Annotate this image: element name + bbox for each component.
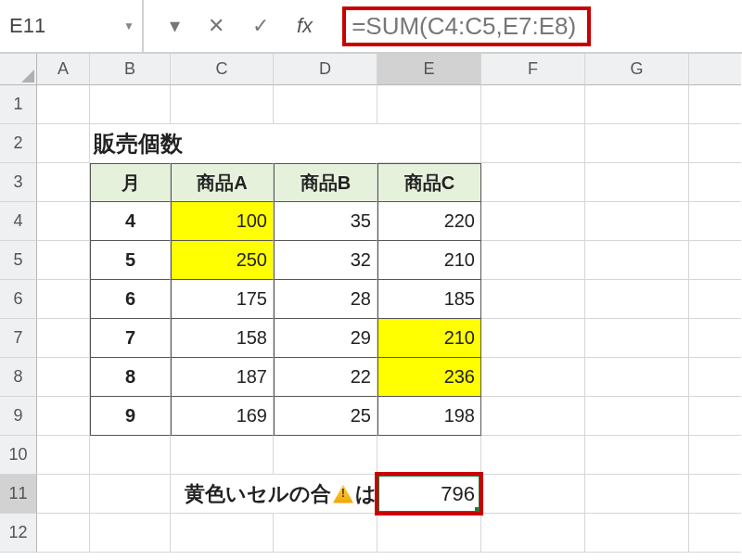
cell[interactable] — [37, 475, 90, 514]
cell[interactable] — [481, 436, 585, 475]
cell[interactable] — [481, 475, 585, 514]
cell[interactable] — [585, 124, 689, 163]
row-hdr-9[interactable]: 9 — [0, 397, 37, 436]
cell[interactable] — [585, 280, 689, 319]
cell-month[interactable]: 8 — [90, 358, 171, 397]
cell[interactable] — [171, 85, 274, 124]
fill-handle[interactable] — [475, 507, 482, 515]
cell[interactable] — [689, 202, 741, 241]
cell-b[interactable]: 35 — [274, 202, 377, 241]
cell[interactable] — [37, 241, 90, 280]
cell-c[interactable]: 210 — [377, 319, 481, 358]
hdr-a[interactable]: 商品A — [171, 163, 274, 202]
row-hdr-5[interactable]: 5 — [0, 241, 37, 280]
cell[interactable] — [585, 436, 689, 475]
row-hdr-2[interactable]: 2 — [0, 124, 37, 163]
cell-b[interactable]: 22 — [274, 358, 377, 397]
cell[interactable] — [585, 397, 689, 436]
cell[interactable] — [689, 85, 741, 124]
confirm-icon[interactable]: ✓ — [252, 14, 269, 38]
dropdown-icon[interactable]: ▾ — [170, 14, 180, 38]
col-hdr-D[interactable]: D — [274, 54, 377, 85]
cancel-icon[interactable]: ✕ — [208, 14, 224, 38]
cell-a[interactable]: 169 — [171, 397, 274, 436]
cell[interactable] — [37, 163, 90, 202]
col-hdr-G[interactable]: G — [585, 54, 689, 85]
cell[interactable] — [481, 85, 585, 124]
cell[interactable] — [689, 475, 741, 514]
cell[interactable] — [37, 397, 90, 436]
cell[interactable] — [274, 514, 377, 553]
row-hdr-3[interactable]: 3 — [0, 163, 37, 202]
row-hdr-11[interactable]: 11 — [0, 475, 37, 514]
cell-b[interactable]: 32 — [274, 241, 377, 280]
row-hdr-10[interactable]: 10 — [0, 436, 37, 475]
row-hdr-6[interactable]: 6 — [0, 280, 37, 319]
cell[interactable] — [481, 514, 585, 553]
warning-icon[interactable] — [333, 485, 353, 503]
cell-c[interactable]: 236 — [377, 358, 481, 397]
sum-result-cell[interactable]: 796 — [377, 475, 481, 514]
cell-a[interactable]: 187 — [171, 358, 274, 397]
cell[interactable] — [689, 280, 741, 319]
cell[interactable] — [37, 436, 90, 475]
row-hdr-7[interactable]: 7 — [0, 319, 37, 358]
cell[interactable] — [171, 436, 274, 475]
cell[interactable] — [274, 85, 377, 124]
name-box[interactable]: E11 ▼ — [0, 0, 144, 52]
cell[interactable] — [481, 124, 585, 163]
hdr-b[interactable]: 商品B — [274, 163, 377, 202]
col-hdr-E[interactable]: E — [377, 54, 481, 85]
table-title[interactable]: 販売個数 — [90, 124, 377, 163]
cell[interactable] — [171, 514, 274, 553]
cell[interactable] — [377, 514, 481, 553]
cell[interactable] — [689, 163, 741, 202]
col-hdr-C[interactable]: C — [171, 54, 274, 85]
row-hdr-12[interactable]: 12 — [0, 514, 37, 553]
cell[interactable] — [37, 202, 90, 241]
cell[interactable] — [689, 514, 741, 553]
row-hdr-1[interactable]: 1 — [0, 85, 37, 124]
cell-month[interactable]: 4 — [90, 202, 171, 241]
hdr-month[interactable]: 月 — [90, 163, 171, 202]
cell[interactable] — [377, 124, 481, 163]
cell[interactable] — [585, 514, 689, 553]
cell[interactable] — [585, 319, 689, 358]
cell-a[interactable]: 158 — [171, 319, 274, 358]
cell-b[interactable]: 29 — [274, 319, 377, 358]
cell[interactable] — [585, 85, 689, 124]
hdr-c[interactable]: 商品C — [377, 163, 481, 202]
cell[interactable] — [481, 202, 585, 241]
cell[interactable] — [90, 436, 171, 475]
cell[interactable] — [689, 241, 741, 280]
cell[interactable] — [90, 514, 171, 553]
cell[interactable] — [585, 202, 689, 241]
cell[interactable] — [37, 514, 90, 553]
cell[interactable] — [274, 436, 377, 475]
cell-b[interactable]: 25 — [274, 397, 377, 436]
row-hdr-8[interactable]: 8 — [0, 358, 37, 397]
cell[interactable] — [585, 358, 689, 397]
cell[interactable] — [481, 163, 585, 202]
cell[interactable] — [37, 358, 90, 397]
formula-input[interactable]: =SUM(C4:C5,E7:E8) — [342, 6, 591, 46]
cell[interactable] — [481, 397, 585, 436]
cell[interactable] — [689, 358, 741, 397]
sum-label-cell[interactable]: 黄色いセルの合 は — [171, 475, 377, 514]
cell-c[interactable]: 210 — [377, 241, 481, 280]
cell[interactable] — [377, 436, 481, 475]
cell-month[interactable]: 5 — [90, 241, 171, 280]
cell[interactable] — [481, 319, 585, 358]
fx-icon[interactable]: fx — [297, 14, 313, 38]
cell[interactable] — [585, 475, 689, 514]
select-all-corner[interactable] — [0, 54, 37, 85]
cell-b[interactable]: 28 — [274, 280, 377, 319]
spreadsheet-grid[interactable]: A B C D E F G 1 2 販売個数 3 月 商品A 商品B 商品C 4… — [0, 54, 742, 553]
cell[interactable] — [585, 241, 689, 280]
chevron-down-icon[interactable]: ▼ — [123, 19, 134, 32]
col-hdr-A[interactable]: A — [37, 54, 90, 85]
cell[interactable] — [689, 436, 741, 475]
cell-c[interactable]: 198 — [377, 397, 481, 436]
cell-c[interactable]: 185 — [377, 280, 481, 319]
cell-a[interactable]: 175 — [171, 280, 274, 319]
